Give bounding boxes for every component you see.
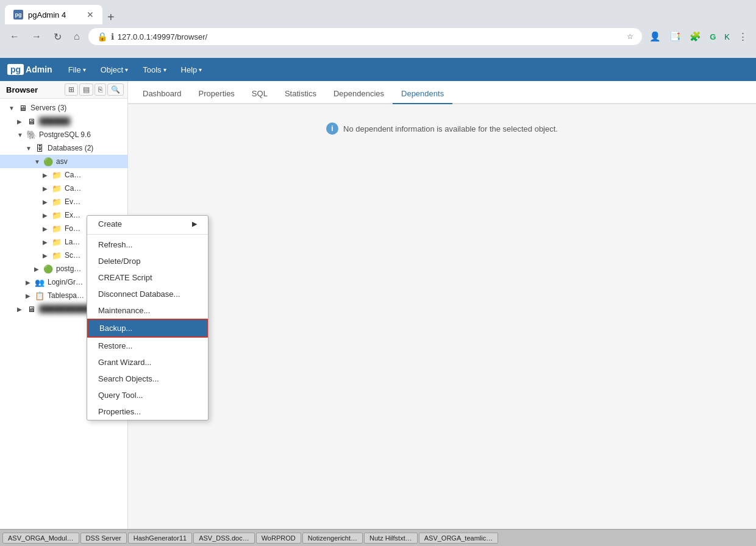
profile-icon[interactable]: 👤 — [647, 30, 663, 43]
address-bar-row: ← → ↻ ⌂ 🔒 ℹ 127.0.0.1:49997/browser/ ☆ 👤… — [0, 24, 756, 49]
ctx-delete-drop[interactable]: Delete/Drop — [87, 253, 208, 269]
ca2-arrow: ▶ — [43, 185, 51, 192]
taskbar-item-7[interactable]: ASV_ORGA_teamlic… — [419, 533, 498, 544]
info-text: No dependent information is available fo… — [343, 124, 558, 133]
tab-close-button[interactable]: ✕ — [87, 10, 94, 20]
taskbar-item-0[interactable]: ASV_ORGA_Modul… — [2, 533, 79, 544]
menu-file[interactable]: File ▾ — [62, 62, 92, 78]
taskbar-item-2[interactable]: HashGenerator11 — [128, 533, 192, 544]
databases-icon: 🗄 — [34, 143, 45, 154]
ca2-icon: 📁 — [51, 183, 62, 194]
taskbar-item-6[interactable]: Nutz Hilfstxt… — [364, 533, 418, 544]
menu-icon[interactable]: ⋮ — [736, 30, 750, 43]
tree-item-asv[interactable]: ▼ 🟢 asv — [0, 155, 127, 168]
server1-arrow: ▶ — [17, 118, 26, 125]
active-tab[interactable]: pg pgAdmin 4 ✕ — [5, 5, 102, 24]
login-label: Login/Gr… — [48, 278, 83, 286]
servers-label: Servers (3) — [30, 104, 66, 112]
back-button[interactable]: ← — [6, 30, 23, 43]
postgresql-icon: 🐘 — [26, 129, 37, 140]
postgresql-arrow: ▼ — [17, 132, 26, 138]
sidebar-copy-btn[interactable]: ⎘ — [94, 83, 106, 96]
ex-arrow: ▶ — [43, 212, 51, 219]
content-body: i No dependent information is available … — [128, 104, 756, 529]
asv-icon: 🟢 — [43, 156, 54, 167]
ctx-query-tool[interactable]: Query Tool... — [87, 387, 208, 403]
new-tab-button[interactable]: + — [102, 10, 119, 24]
home-button[interactable]: ⌂ — [70, 30, 84, 43]
postgres-arrow: ▶ — [34, 266, 43, 272]
la-icon: 📁 — [51, 236, 62, 247]
ev-label: Ev… — [65, 197, 80, 206]
tab-dependents[interactable]: Dependents — [393, 84, 452, 104]
forward-button[interactable]: → — [28, 30, 45, 43]
menu-bar: pg Admin File ▾ Object ▾ Tools ▾ Help ▾ — [0, 58, 756, 81]
tree-item-servers[interactable]: ▼ 🖥 Servers (3) — [0, 101, 127, 115]
ctx-disconnect-database[interactable]: Disconnect Database... — [87, 286, 208, 302]
tab-strip: Dashboard Properties SQL Statistics Depe… — [128, 81, 756, 104]
app-container: pg Admin File ▾ Object ▾ Tools ▾ Help ▾ — [0, 58, 756, 546]
url-text: 127.0.0.1:49997/browser/ — [118, 32, 624, 41]
ev-icon: 📁 — [51, 196, 62, 207]
tree-item-ca2[interactable]: ▶ 📁 Ca… — [0, 182, 127, 195]
ctx-create-script[interactable]: CREATE Script — [87, 269, 208, 286]
servers-icon: 🖥 — [17, 102, 28, 113]
taskbar-item-1[interactable]: DSS Server — [80, 533, 127, 544]
sidebar-search-btn[interactable]: 🔍 — [107, 83, 124, 96]
ctx-restore[interactable]: Restore... — [87, 338, 208, 354]
taskbar-item-4[interactable]: WoRPROD — [256, 533, 301, 544]
info-icon: ℹ — [111, 32, 114, 41]
la-label: La… — [65, 238, 80, 246]
app-inner: pg Admin File ▾ Object ▾ Tools ▾ Help ▾ — [0, 58, 756, 546]
fo-icon: 📁 — [51, 223, 62, 234]
sidebar-grid-btn[interactable]: ▤ — [79, 83, 93, 96]
tab-dependencies[interactable]: Dependencies — [325, 84, 393, 104]
tab-statistics[interactable]: Statistics — [276, 84, 325, 104]
menu-help[interactable]: Help ▾ — [175, 62, 209, 78]
info-circle-icon: i — [326, 122, 338, 135]
ca1-icon: 📁 — [51, 169, 62, 180]
address-bar[interactable]: 🔒 ℹ 127.0.0.1:49997/browser/ ☆ — [88, 28, 643, 45]
tab-sql[interactable]: SQL — [243, 84, 276, 104]
ctx-grant-wizard[interactable]: Grant Wizard... — [87, 354, 208, 370]
tree-item-databases[interactable]: ▼ 🗄 Databases (2) — [0, 141, 127, 155]
server2-icon: 🖥 — [26, 303, 37, 314]
server1-label: ██████ — [39, 117, 70, 126]
ev-arrow: ▶ — [43, 199, 51, 205]
tree-item-postgresql[interactable]: ▼ 🐘 PostgreSQL 9.6 — [0, 128, 127, 141]
ctx-properties[interactable]: Properties... — [87, 403, 208, 420]
sidebar-toolbar: Browser ⊞ ▤ ⎘ 🔍 — [0, 81, 127, 99]
sc-label: Sc… — [65, 251, 80, 260]
ctx-create[interactable]: Create ▶ — [87, 216, 208, 232]
ctx-search-objects[interactable]: Search Objects... — [87, 370, 208, 387]
reload-button[interactable]: ↻ — [50, 30, 65, 44]
tab-dashboard[interactable]: Dashboard — [134, 84, 190, 104]
tablespace-arrow: ▶ — [26, 292, 34, 299]
ctx-refresh[interactable]: Refresh... — [87, 236, 208, 253]
servers-arrow: ▼ — [9, 105, 17, 112]
tree-item-ev[interactable]: ▶ 📁 Ev… — [0, 195, 127, 208]
tab-bar: pg pgAdmin 4 ✕ + — [0, 0, 756, 24]
logo-admin: Admin — [26, 65, 52, 74]
grammarly-icon[interactable]: G — [707, 31, 718, 43]
tree-item-ca1[interactable]: ▶ 📁 Ca… — [0, 168, 127, 182]
tablespace-icon: 📋 — [34, 290, 45, 301]
tab-properties[interactable]: Properties — [190, 84, 243, 104]
bookmarks-icon[interactable]: 📑 — [667, 30, 683, 43]
kapersky-icon[interactable]: K — [722, 31, 732, 43]
ca1-label: Ca… — [65, 171, 81, 179]
bookmark-icon[interactable]: ☆ — [627, 32, 633, 41]
ex-label: Ex… — [65, 211, 80, 219]
taskbar: ASV_ORGA_Modul… DSS Server HashGenerator… — [0, 529, 756, 546]
sidebar-object-btn[interactable]: ⊞ — [65, 83, 78, 96]
ctx-backup[interactable]: Backup... — [87, 319, 208, 338]
extensions-icon[interactable]: 🧩 — [687, 30, 704, 43]
ex-icon: 📁 — [51, 210, 62, 221]
taskbar-item-3[interactable]: ASV_DSS.doc… — [193, 533, 255, 544]
content-area: Dashboard Properties SQL Statistics Depe… — [128, 81, 756, 529]
menu-tools[interactable]: Tools ▾ — [137, 62, 172, 78]
tree-item-server1[interactable]: ▶ 🖥 ██████ — [0, 115, 127, 128]
taskbar-item-5[interactable]: Notizengericht… — [302, 533, 363, 544]
ctx-maintenance[interactable]: Maintenance... — [87, 302, 208, 319]
menu-object[interactable]: Object ▾ — [94, 62, 135, 78]
